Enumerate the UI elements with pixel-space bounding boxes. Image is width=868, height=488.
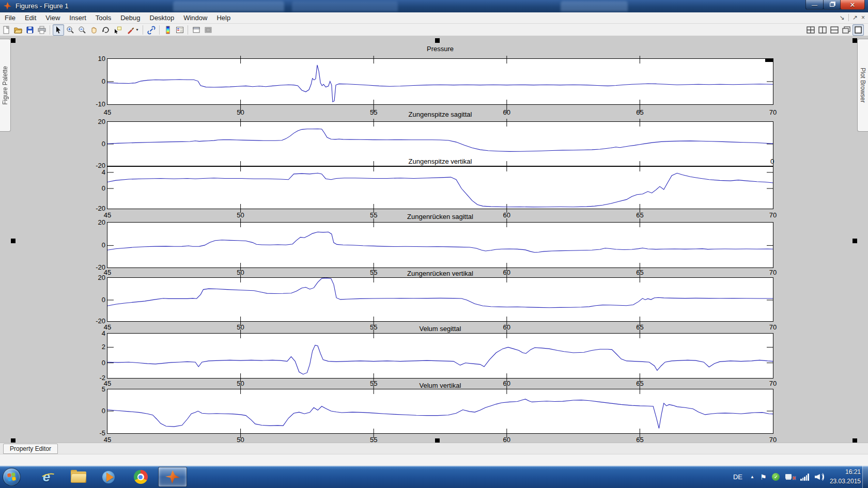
network-disconnected-icon[interactable]: × [785, 473, 795, 481]
signal-curve [107, 345, 773, 374]
menu-insert[interactable]: Insert [65, 12, 91, 23]
signal-curve [107, 232, 773, 253]
volume-icon[interactable] [815, 473, 824, 481]
plot-title: Pressure [107, 45, 773, 53]
undock-panel-icon[interactable]: ↗ [853, 14, 858, 21]
axis-tick-marks [107, 385, 773, 438]
tile-windows-button[interactable] [805, 24, 816, 36]
split-vertical-button[interactable] [817, 24, 828, 36]
cascade-windows-button[interactable] [841, 24, 852, 36]
subplot-velum-sagittal[interactable]: 420-2455055606570Velum segittal [107, 333, 773, 379]
security-status-icon[interactable]: ✓ [772, 473, 780, 481]
subplot-velum-vertikal[interactable]: 50-5455055606570Velum vertikal [107, 389, 773, 434]
menu-help[interactable]: Help [212, 12, 235, 23]
selection-handle[interactable] [11, 239, 16, 243]
plot-title: Zungenrücken sagittal [107, 213, 773, 221]
printer-icon [37, 25, 47, 35]
selection-handle[interactable] [853, 239, 857, 243]
selection-handle[interactable] [853, 38, 857, 43]
hidden-icons-button[interactable]: ▲ [750, 475, 754, 479]
new-figure-button[interactable] [1, 24, 12, 36]
taskbar-internet-explorer[interactable]: e [32, 467, 61, 487]
rotate-3d-button[interactable] [100, 24, 112, 36]
menu-desktop[interactable]: Desktop [145, 12, 179, 23]
taskbar-matlab[interactable] [158, 467, 187, 487]
window-title-bar: Figures - Figure 1 — ✕ [0, 0, 868, 12]
subplot-zungenspitze-vertikal[interactable]: 40-20455055606570Zungenspitze vertikal [107, 166, 773, 209]
taskbar-media-player[interactable] [95, 467, 124, 487]
zoom-out-button[interactable] [76, 24, 88, 36]
subplot-zungenruecken-sagittal[interactable]: 200-20455055606570Zungenrücken sagittal [107, 222, 773, 268]
language-indicator[interactable]: DE [731, 472, 745, 482]
open-file-button[interactable] [12, 24, 24, 36]
data-cursor-button[interactable] [112, 24, 123, 36]
figure-palette-tab[interactable]: Figure Palette [0, 39, 11, 132]
minimize-button[interactable]: — [805, 0, 824, 10]
plot-title: Zungenrücken vertikal [107, 270, 773, 277]
media-player-icon [102, 470, 117, 484]
restore-icon [830, 3, 834, 7]
pan-button[interactable] [88, 24, 100, 36]
data-cursor-icon [113, 25, 122, 35]
taskbar-windows-explorer[interactable] [64, 467, 93, 487]
internet-explorer-icon: e [43, 469, 50, 485]
insert-colorbar-button[interactable] [162, 24, 174, 36]
y-tick-label: 20 [83, 118, 105, 125]
maximize-single-icon [854, 25, 863, 35]
zoom-in-button[interactable] [65, 24, 76, 36]
subplot-pressure[interactable]: 100-10455055606570Pressure [107, 58, 773, 105]
signal-strength-icon[interactable] [800, 474, 809, 481]
hide-plot-tools-button[interactable] [191, 24, 202, 36]
menu-tools[interactable]: Tools [91, 12, 116, 23]
save-floppy-icon [25, 25, 35, 35]
dock-panel-icon[interactable]: ↘ [840, 14, 845, 21]
insert-legend-button[interactable] [174, 24, 185, 36]
action-center-flag-icon[interactable]: ⚑ [760, 474, 767, 481]
split-horizontal-button[interactable] [829, 24, 840, 36]
y-tick-label: 0 [83, 184, 105, 192]
close-button[interactable]: ✕ [840, 0, 865, 10]
y-tick-label: 4 [83, 168, 105, 176]
single-window-button[interactable] [853, 24, 864, 36]
selection-handle[interactable] [435, 38, 440, 43]
signal-curve [107, 173, 773, 207]
property-editor-tab[interactable]: Property Editor [3, 444, 58, 454]
legend-icon [175, 25, 184, 35]
taskbar-clock[interactable]: 16:21 23.03.2015 [830, 468, 861, 486]
show-desktop-button[interactable] [862, 466, 868, 488]
link-plot-button[interactable] [146, 24, 157, 36]
background-window-tab [292, 1, 398, 11]
taskbar-chrome[interactable] [126, 467, 155, 487]
plot-browser-tab[interactable]: Plot Browser [857, 39, 868, 132]
menu-window[interactable]: Window [179, 12, 212, 23]
signal-plot-canvas [107, 167, 773, 209]
print-figure-button[interactable] [36, 24, 48, 36]
restore-button[interactable] [823, 0, 841, 10]
menu-debug[interactable]: Debug [116, 12, 145, 23]
show-plot-tools-button[interactable] [203, 24, 214, 36]
folder-icon [71, 471, 86, 483]
selection-handle[interactable] [11, 38, 16, 43]
edit-plot-button[interactable] [53, 24, 64, 36]
subplot-zungenruecken-vertikal[interactable]: 200-20455055606570Zungenrücken vertikal [107, 277, 773, 322]
start-button[interactable] [3, 468, 21, 486]
menu-edit[interactable]: Edit [20, 12, 41, 23]
close-panel-icon[interactable]: × [861, 14, 865, 21]
brush-data-button[interactable]: ▾ [124, 24, 141, 36]
separator [143, 25, 143, 35]
axis-tick-marks [107, 56, 773, 113]
figure-toolbar: ▾ [0, 24, 868, 36]
menu-view[interactable]: View [41, 12, 65, 23]
selection-arrow-icon [54, 25, 63, 35]
property-editor-bar: Property Editor [0, 443, 868, 454]
y-tick-label: 0 [83, 77, 105, 85]
figure-canvas: Figure Palette Plot Browser 100-10455055… [0, 36, 868, 443]
menu-bar: File Edit View Insert Tools Debug Deskto… [0, 12, 868, 24]
save-figure-button[interactable] [24, 24, 36, 36]
split-vertical-icon [818, 25, 827, 35]
property-editor-label: Property Editor [10, 445, 51, 452]
rotate-icon [101, 25, 111, 35]
window-title: Figures - Figure 1 [16, 2, 69, 10]
menu-file[interactable]: File [0, 12, 20, 23]
figure-palette-label: Figure Palette [2, 66, 9, 105]
